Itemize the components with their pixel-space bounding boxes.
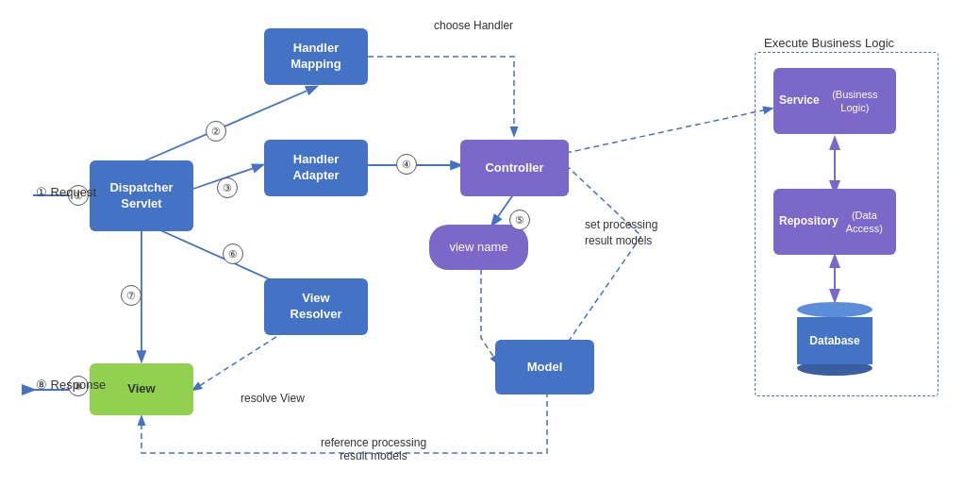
choose-handler-label: choose Handler (434, 19, 513, 32)
svg-line-8 (566, 109, 772, 153)
num2: ② (206, 121, 226, 142)
view-resolver-box: ViewResolver (264, 278, 368, 335)
service-box: Service(Business Logic) (773, 68, 896, 134)
request-label: ① Request (36, 185, 96, 199)
response-label: ⑧ Response (36, 378, 106, 392)
controller-box: Controller (460, 140, 569, 196)
database-label: Database (809, 334, 859, 347)
num7: ⑦ (121, 285, 141, 306)
num4: ④ (396, 154, 417, 175)
dispatcher-servlet-box: DispatcherServlet (90, 160, 193, 231)
execute-business-label: Execute Business Logic (764, 36, 894, 50)
database-cylinder: Database (797, 302, 872, 376)
reference-processing-label: reference processingresult models (321, 436, 426, 462)
resolve-view-label: resolve View (241, 392, 305, 405)
repository-box: Repository(Data Access) (773, 189, 896, 255)
num3: ③ (217, 177, 238, 198)
num6: ⑥ (223, 244, 243, 264)
handler-adapter-box: HandlerAdapter (264, 140, 368, 196)
set-processing-label: set processingresult models (585, 217, 657, 249)
diagram-container: Execute Business Logic DispatcherServlet… (0, 0, 980, 487)
model-box: Model (495, 340, 594, 395)
num5: ⑤ (509, 210, 530, 230)
view-name-box: view name (429, 225, 528, 270)
handler-mapping-box: HandlerMapping (264, 28, 368, 85)
